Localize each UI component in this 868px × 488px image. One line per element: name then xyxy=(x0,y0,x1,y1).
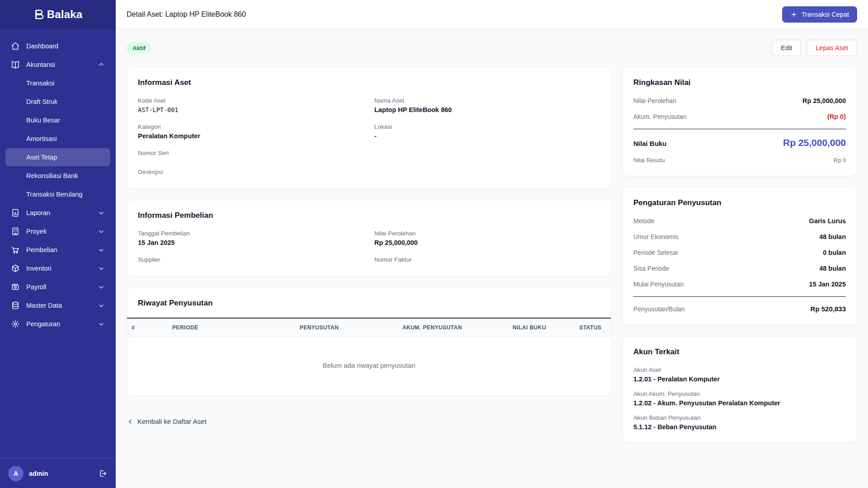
left-column: Informasi Aset Kode Aset AST-LPT-001 Nam… xyxy=(127,67,611,425)
sidebar-item-transaksi[interactable]: Transaksi xyxy=(5,74,110,92)
right-column: Ringkasan Nilai Nilai Perolehan Rp 25,00… xyxy=(622,67,857,443)
book-value: Rp 25,000,000 xyxy=(783,137,846,148)
field-value: Peralatan Komputer xyxy=(138,132,363,140)
table-header-row: # Periode Penyusutan Akum. Penyusutan Ni… xyxy=(127,318,611,337)
database-icon xyxy=(11,301,20,310)
page-title: Detail Aset: Laptop HP EliteBook 860 xyxy=(127,10,246,19)
sidebar-user: A admin xyxy=(0,458,116,488)
account-beban-penyusutan: Akun Beban Penyusutan 5.1.12 - Beban Pen… xyxy=(633,414,846,431)
dispose-asset-button[interactable]: Lepas Aset xyxy=(807,40,857,56)
sidebar-item-aset-tetap[interactable]: Aset Tetap xyxy=(5,148,110,166)
sidebar-item-label: Payroll xyxy=(26,283,46,291)
plus-icon xyxy=(790,11,797,18)
sidebar-item-label: Buku Besar xyxy=(26,117,60,124)
card-title: Informasi Pembelian xyxy=(138,211,600,220)
sidebar-item-pengaturan[interactable]: Pengaturan xyxy=(5,315,110,333)
edit-button[interactable]: Edit xyxy=(772,40,801,56)
settings-row-sisa-periode: Sisa Periode 48 bulan xyxy=(633,265,846,272)
field-label: Supplier xyxy=(138,256,363,263)
back-link-label: Kembali ke Daftar Aset xyxy=(137,418,207,425)
sidebar-item-proyek[interactable]: Proyek xyxy=(5,222,110,240)
chevron-left-icon xyxy=(127,418,134,425)
row-value: 48 bulan xyxy=(819,233,846,240)
account-label: Akun Aset xyxy=(633,366,846,373)
sidebar-item-amortisasi[interactable]: Amortisasi xyxy=(5,130,110,148)
field-label: Kategori xyxy=(138,123,363,130)
sidebar-item-label: Rekonsiliasi Bank xyxy=(26,172,78,179)
row-value: Rp 520,833 xyxy=(811,305,846,313)
divider xyxy=(633,296,846,297)
sidebar-item-label: Pengaturan xyxy=(26,320,60,328)
empty-state-message: Belum ada riwayat penyusutan xyxy=(127,337,611,395)
app-name: Balaka xyxy=(47,8,83,21)
summary-row-nilai-residu: Nilai Residu Rp 0 xyxy=(633,157,846,164)
field-value: Laptop HP EliteBook 860 xyxy=(374,106,600,113)
sidebar-item-transaksi-berulang[interactable]: Transaksi Berulang xyxy=(5,185,110,203)
logout-icon[interactable] xyxy=(99,469,108,478)
sidebar: Balaka Dashboard Akuntansi Transaksi Dra… xyxy=(0,0,116,488)
row-value: (Rp 0) xyxy=(827,113,846,120)
row-label: Mulai Penyusutan xyxy=(633,281,684,288)
quick-transaction-button[interactable]: Transaksi Cepat xyxy=(782,6,857,23)
settings-row-umur-ekonomis: Umur Ekonomis 48 bulan xyxy=(633,233,846,240)
row-value: Garis Lurus xyxy=(809,217,846,225)
sidebar-item-label: Amortisasi xyxy=(26,135,57,142)
sidebar-item-label: Transaksi xyxy=(26,80,54,87)
field-value: 15 Jan 2025 xyxy=(138,239,363,246)
field-label: Nilai Perolehan xyxy=(374,230,600,237)
chevron-down-icon xyxy=(98,228,105,235)
sidebar-item-label: Pembelian xyxy=(26,246,57,253)
column-header-akum-penyusutan: Akum. Penyusutan xyxy=(376,318,489,337)
field-label: Nama Aset xyxy=(374,97,600,104)
quick-transaction-label: Transaksi Cepat xyxy=(802,11,849,18)
summary-row-nilai-buku: Nilai Buku Rp 25,000,000 xyxy=(633,137,846,148)
cart-icon xyxy=(11,245,20,254)
chevron-down-icon xyxy=(98,265,105,272)
row-value: 15 Jan 2025 xyxy=(809,281,846,288)
avatar: A xyxy=(8,466,24,481)
sidebar-item-dashboard[interactable]: Dashboard xyxy=(5,37,110,55)
sidebar-item-master-data[interactable]: Master Data xyxy=(5,296,110,314)
cash-icon xyxy=(11,282,20,291)
row-label: Penyusutan/Bulan xyxy=(633,305,685,313)
book-open-icon xyxy=(11,60,20,69)
field-supplier: Supplier xyxy=(138,256,363,265)
sidebar-item-label: Proyek xyxy=(26,228,47,235)
app-logo: Balaka xyxy=(0,0,116,29)
sidebar-item-label: Dashboard xyxy=(26,42,58,50)
value-summary-card: Ringkasan Nilai Nilai Perolehan Rp 25,00… xyxy=(622,67,857,176)
sidebar-item-label: Inventori xyxy=(26,265,52,272)
row-label: Periode Selesai xyxy=(633,249,678,256)
sidebar-item-laporan[interactable]: Laporan xyxy=(5,204,110,222)
row-label: Metode xyxy=(633,217,655,225)
related-accounts-card: Akun Terkait Akun Aset 1.2.01 - Peralata… xyxy=(622,336,857,443)
row-label: Nilai Residu xyxy=(633,157,665,164)
report-icon xyxy=(11,208,20,217)
main-area: Detail Aset: Laptop HP EliteBook 860 Tra… xyxy=(116,0,868,488)
sidebar-item-label: Laporan xyxy=(26,209,50,216)
settings-row-periode-selesai: Periode Selesai 0 bulan xyxy=(633,249,846,256)
depreciation-history-card: Riwayat Penyusutan # Periode Penyusutan … xyxy=(127,287,611,396)
card-title: Riwayat Penyusutan xyxy=(127,288,611,308)
chevron-down-icon xyxy=(98,246,105,253)
home-icon xyxy=(11,42,20,51)
sidebar-item-label: Akuntansi xyxy=(26,61,55,68)
back-to-asset-list-link[interactable]: Kembali ke Daftar Aset xyxy=(127,418,611,425)
sidebar-item-payroll[interactable]: Payroll xyxy=(5,278,110,296)
avatar-initial: A xyxy=(14,470,18,477)
row-value: 0 bulan xyxy=(823,249,846,256)
sidebar-item-akuntansi[interactable]: Akuntansi xyxy=(5,56,110,74)
field-nama-aset: Nama Aset Laptop HP EliteBook 860 xyxy=(374,97,600,113)
field-nomor-faktur: Nomor Faktur xyxy=(374,256,600,265)
chevron-down-icon xyxy=(98,302,105,309)
account-label: Akun Akum. Penyusutan xyxy=(633,390,846,397)
chevron-up-icon xyxy=(98,61,105,68)
sidebar-item-pembelian[interactable]: Pembelian xyxy=(5,241,110,259)
sidebar-item-rekonsiliasi-bank[interactable]: Rekonsiliasi Bank xyxy=(5,167,110,185)
sidebar-item-buku-besar[interactable]: Buku Besar xyxy=(5,111,110,129)
row-value: 48 bulan xyxy=(819,265,846,272)
sidebar-item-inventori[interactable]: Inventori xyxy=(5,259,110,277)
column-header-periode: Periode xyxy=(168,318,263,337)
sidebar-item-draft-struk[interactable]: Draft Struk xyxy=(5,93,110,111)
field-value: AST-LPT-001 xyxy=(138,106,363,113)
